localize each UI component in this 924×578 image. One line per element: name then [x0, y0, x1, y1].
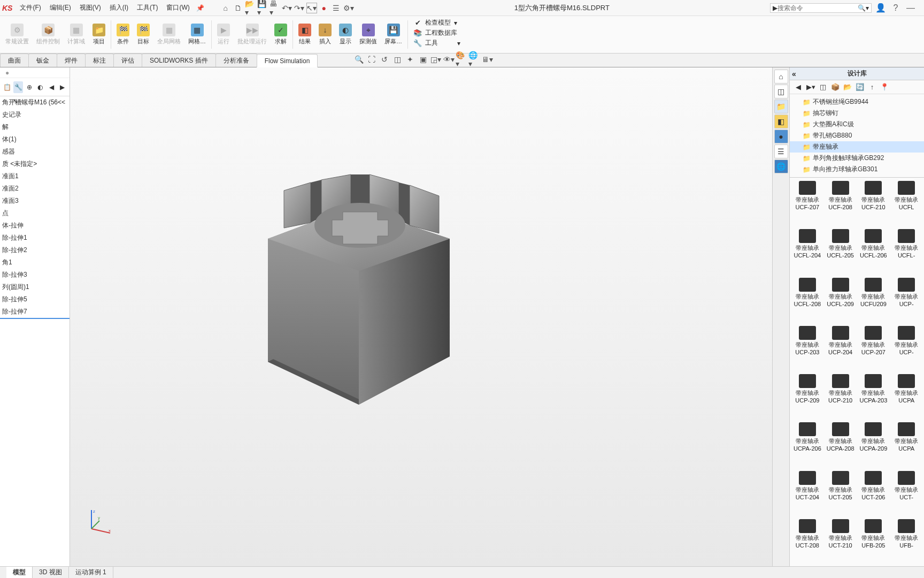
tab-evaluate[interactable]: 评估: [113, 54, 142, 67]
tree-node[interactable]: 准面1: [0, 170, 70, 182]
ribbon-goals[interactable]: 🏁目标: [134, 17, 153, 52]
dl-fwd-icon[interactable]: ▶▾: [805, 82, 816, 93]
tab-weld[interactable]: 焊件: [57, 54, 86, 67]
designlib-part[interactable]: 带座轴承UCFL-205: [824, 227, 857, 275]
designlib-folder[interactable]: 📁带孔销GB880: [790, 130, 924, 141]
designlib-part[interactable]: 带座轴承UCF-207: [791, 179, 824, 227]
hide-show-icon[interactable]: 👁▾: [443, 54, 455, 65]
designlib-folder[interactable]: 📁抽芯铆钉: [790, 108, 924, 119]
menu-view[interactable]: 视图(V): [75, 2, 105, 14]
zoom-area-icon[interactable]: 🔍: [353, 54, 365, 65]
taskpane-list-icon[interactable]: ☰: [774, 144, 788, 158]
designlib-part[interactable]: 带座轴承UCF-210: [857, 179, 890, 227]
new-icon[interactable]: 🗋: [233, 3, 243, 13]
dl-refresh-icon[interactable]: 🔄: [854, 82, 865, 93]
designlib-part[interactable]: 带座轴承UCP-203: [791, 324, 824, 372]
tree-node[interactable]: 质 <未指定>: [0, 158, 70, 170]
tree-node[interactable]: 角1: [0, 256, 70, 269]
designlib-folder[interactable]: 📁单向推力球轴承GB301: [790, 164, 924, 175]
designlib-part[interactable]: 带座轴承UCP-207: [857, 324, 890, 372]
designlib-part[interactable]: 带座轴承UCFL-206: [857, 227, 890, 275]
designlib-part[interactable]: 带座轴承UCP-204: [824, 324, 857, 372]
designlib-folder[interactable]: 📁单列角接触球轴承GB292: [790, 153, 924, 164]
tree-node[interactable]: 列(圆周)1: [0, 281, 70, 293]
tree-node[interactable]: 准面3: [0, 195, 70, 207]
tab-analysisPrep[interactable]: 分析准备: [215, 54, 257, 67]
home-icon[interactable]: ⌂: [220, 3, 231, 13]
designlib-part[interactable]: 带座轴承UCT-206: [857, 469, 890, 517]
redo-icon[interactable]: ↷▾: [294, 3, 305, 13]
designlib-part[interactable]: 带座轴承UCF-208: [824, 179, 857, 227]
print-icon[interactable]: 🖶▾: [270, 3, 280, 13]
tree-node[interactable]: 除-拉伸2: [0, 244, 70, 256]
designlib-part[interactable]: 带座轴承UCT-208: [791, 517, 824, 565]
btab-motion[interactable]: 运动算例 1: [69, 567, 113, 578]
designlib-part[interactable]: 带座轴承UCPA-203: [857, 372, 890, 420]
designlib-folder[interactable]: 📁不锈钢丝绳GB9944: [790, 96, 924, 108]
fm-tab-feature-icon[interactable]: 📋: [2, 81, 12, 93]
undo-icon[interactable]: ↶▾: [282, 3, 292, 13]
ribbon-engdb[interactable]: 📚工程数据库: [413, 28, 460, 37]
menu-file[interactable]: 文件(F): [16, 2, 45, 14]
designlib-folder[interactable]: 📁带座轴承: [790, 141, 924, 153]
dl-open-icon[interactable]: 📂: [842, 82, 853, 93]
view-orient-icon[interactable]: ◲▾: [430, 54, 442, 65]
ribbon-probe[interactable]: ⌖探测值: [356, 17, 380, 52]
prev-view-icon[interactable]: ↺: [379, 54, 390, 65]
ribbon-results[interactable]: ◧结果: [295, 17, 314, 52]
fm-tab-arrow-l-icon[interactable]: ◀: [47, 81, 57, 93]
dl-3d-icon[interactable]: ◫: [818, 82, 828, 93]
ribbon-project[interactable]: 📁项目: [89, 17, 109, 52]
tree-node[interactable]: 体-拉伸: [0, 219, 70, 232]
designlib-part[interactable]: 带座轴承UCT-204: [791, 469, 824, 517]
designlib-part[interactable]: 带座轴承UCP-209: [791, 372, 824, 420]
dl-up-icon[interactable]: ↑: [867, 82, 877, 93]
taskpane-home-icon[interactable]: ⌂: [774, 70, 788, 83]
section-icon[interactable]: ◫: [391, 54, 403, 65]
save-icon[interactable]: 💾▾: [257, 3, 268, 13]
design-library-grid[interactable]: 带座轴承UCF-207带座轴承UCF-208带座轴承UCF-210带座轴承UCF…: [790, 178, 924, 566]
dynamic-icon[interactable]: ✦: [404, 54, 416, 65]
taskpane-designlib-icon[interactable]: 📁: [774, 100, 788, 113]
menu-pin-icon[interactable]: 📌: [196, 4, 204, 12]
tree-node[interactable]: 点: [0, 207, 70, 219]
rebuild-icon[interactable]: ●: [319, 3, 329, 13]
designlib-part[interactable]: 带座轴承UCFL-: [890, 227, 923, 275]
minimize-icon[interactable]: —: [905, 2, 917, 14]
help-icon[interactable]: ?: [890, 2, 902, 14]
btab-3dview[interactable]: 3D 视图: [33, 567, 69, 578]
tab-flowsim[interactable]: Flow Simulation: [257, 54, 318, 67]
dl-back-icon[interactable]: ◀: [793, 82, 804, 93]
display-style-icon[interactable]: ▣: [417, 54, 429, 65]
user-icon[interactable]: 👤: [875, 2, 887, 14]
designlib-part[interactable]: 带座轴承UCPA-208: [824, 420, 857, 468]
ribbon-tools[interactable]: 🔧工具▾: [413, 39, 460, 48]
search-command-box[interactable]: ▶ 🔍▾: [770, 3, 872, 13]
tree-node[interactable]: 准面2: [0, 182, 70, 195]
designlib-part[interactable]: 带座轴承UCFU209: [857, 276, 890, 324]
designlib-part[interactable]: 带座轴承UCFL: [890, 179, 923, 227]
taskpane-forum-icon[interactable]: 🌐: [774, 159, 788, 173]
dl-pin-icon[interactable]: 📍: [879, 82, 890, 93]
designlib-part[interactable]: 带座轴承UCP-: [890, 324, 923, 372]
appearance-icon[interactable]: 🎨▾: [456, 54, 467, 65]
ribbon-conditions[interactable]: 🏁条件: [113, 17, 133, 52]
designlib-part[interactable]: 带座轴承UCPA: [890, 420, 923, 468]
ribbon-display[interactable]: ◐显示: [336, 17, 355, 52]
fm-tab-dim-icon[interactable]: ◐: [35, 81, 45, 93]
design-library-tree[interactable]: 📁不锈钢丝绳GB9944📁抽芯铆钉📁大垫圈A和C级📁带孔销GB880📁带座轴承📁…: [790, 94, 924, 178]
tab-swplugin[interactable]: SOLIDWORKS 插件: [142, 54, 216, 67]
btab-model[interactable]: 模型: [6, 567, 33, 578]
designlib-part[interactable]: 带座轴承UCPA: [890, 372, 923, 420]
taskpane-resources-icon[interactable]: ◫: [774, 85, 788, 98]
ribbon-ins[interactable]: ↓插入: [315, 17, 335, 52]
options-icon[interactable]: ☰: [331, 3, 342, 13]
designlib-part[interactable]: 带座轴承UFB-205: [857, 517, 890, 565]
designlib-part[interactable]: 带座轴承UCFL-209: [824, 276, 857, 324]
taskpane-appearance-icon[interactable]: ◧: [774, 115, 788, 128]
designlib-part[interactable]: 带座轴承UCP-: [890, 276, 923, 324]
ribbon-solve[interactable]: ✓求解: [271, 17, 290, 52]
ribbon-screen[interactable]: 💾屏幕…: [381, 17, 405, 52]
menu-tools[interactable]: 工具(T): [133, 2, 162, 14]
fm-tab-config-icon[interactable]: ⊕: [24, 81, 34, 93]
